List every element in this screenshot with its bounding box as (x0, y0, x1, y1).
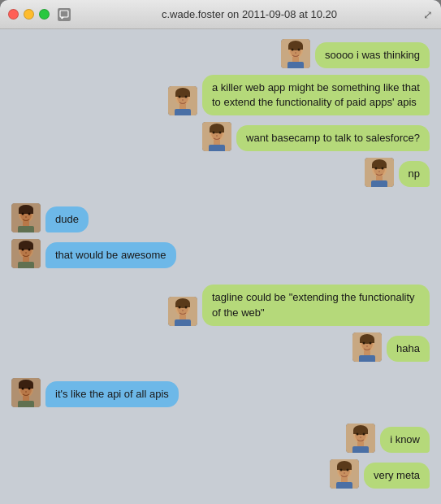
message-bubble: a killer web app might be something like… (202, 75, 430, 115)
resize-button[interactable]: ⤢ (423, 8, 433, 21)
svg-rect-12 (288, 62, 304, 68)
svg-rect-81 (364, 350, 370, 355)
svg-rect-27 (210, 128, 224, 133)
svg-rect-52 (18, 226, 34, 232)
svg-rect-37 (372, 164, 387, 168)
svg-point-59 (28, 249, 31, 251)
svg-point-78 (363, 341, 365, 344)
svg-point-8 (291, 49, 293, 51)
avatar (346, 424, 375, 453)
avatar (168, 86, 197, 115)
svg-rect-31 (214, 140, 220, 145)
window-title: c.wade.foster on 2011-09-08 at 10.20 (76, 8, 423, 20)
chat-area: soooo i was thinking a killer web app mi… (0, 29, 441, 504)
svg-rect-11 (292, 57, 299, 62)
avatar (11, 378, 41, 407)
message-row: tagline could be "extending the function… (11, 285, 430, 325)
svg-point-28 (213, 132, 215, 134)
svg-point-99 (363, 432, 365, 435)
svg-point-68 (179, 306, 181, 308)
avatar (202, 122, 231, 151)
message-row: want basecamp to talk to salesforce? (11, 122, 430, 151)
svg-rect-102 (352, 446, 369, 453)
svg-point-38 (374, 167, 377, 170)
svg-point-30 (216, 136, 218, 137)
svg-rect-42 (371, 180, 387, 187)
svg-rect-92 (18, 401, 34, 407)
message-row: i know (11, 424, 430, 453)
svg-point-79 (370, 341, 372, 344)
avatar (11, 239, 41, 268)
message-bubble: np (399, 161, 430, 187)
avatar (365, 158, 394, 187)
svg-rect-112 (336, 482, 352, 489)
svg-point-89 (28, 387, 31, 389)
titlebar: c.wade.foster on 2011-09-08 at 10.20 ⤢ (0, 0, 441, 29)
svg-point-109 (346, 468, 348, 471)
svg-point-108 (339, 468, 342, 471)
close-button[interactable] (8, 9, 19, 20)
svg-point-100 (360, 437, 361, 438)
svg-rect-0 (60, 11, 68, 17)
avatar (330, 459, 359, 489)
message-bubble: haha (387, 336, 430, 362)
svg-point-90 (25, 391, 27, 393)
svg-rect-47 (19, 209, 33, 214)
chat-icon (58, 8, 71, 21)
message-bubble: tagline could be "extending the function… (202, 285, 430, 325)
svg-point-10 (295, 52, 296, 54)
message-row: np (11, 158, 430, 187)
traffic-lights (8, 9, 50, 20)
svg-rect-51 (23, 221, 29, 226)
svg-point-48 (22, 213, 24, 215)
svg-point-70 (182, 310, 184, 311)
message-row: dude (11, 203, 430, 232)
svg-rect-91 (23, 396, 29, 401)
message-row: a killer web app might be something like… (11, 75, 430, 115)
svg-rect-87 (19, 384, 33, 389)
avatar (352, 332, 382, 362)
svg-rect-97 (353, 430, 368, 434)
svg-point-40 (378, 172, 380, 173)
message-bubble: soooo i was thinking (315, 42, 430, 68)
message-row: soooo i was thinking (11, 39, 430, 68)
message-row: it's like the api of all apis (11, 378, 430, 407)
avatar (168, 297, 197, 326)
svg-rect-101 (357, 441, 364, 446)
svg-point-88 (22, 387, 24, 389)
svg-rect-77 (360, 339, 374, 343)
svg-point-50 (25, 217, 27, 219)
avatar (11, 203, 41, 232)
svg-point-9 (297, 49, 300, 51)
message-bubble: it's like the api of all apis (45, 381, 179, 407)
svg-rect-82 (359, 355, 375, 362)
svg-point-98 (357, 432, 359, 435)
svg-point-49 (28, 213, 31, 215)
svg-point-69 (185, 306, 188, 308)
svg-rect-41 (376, 176, 383, 180)
message-bubble: very meta (364, 463, 430, 489)
svg-rect-71 (179, 315, 186, 319)
svg-rect-22 (175, 109, 191, 115)
svg-rect-67 (175, 303, 190, 307)
message-bubble: dude (45, 206, 89, 232)
svg-rect-32 (209, 145, 225, 151)
svg-point-18 (179, 96, 181, 98)
maximize-button[interactable] (39, 9, 50, 20)
svg-point-19 (185, 96, 188, 98)
avatar (281, 39, 310, 68)
svg-point-80 (366, 345, 368, 347)
svg-rect-21 (179, 104, 186, 109)
svg-point-20 (182, 100, 184, 102)
message-row: haha (11, 332, 430, 362)
svg-rect-62 (18, 262, 34, 268)
svg-rect-72 (175, 319, 191, 326)
minimize-button[interactable] (24, 9, 34, 20)
svg-rect-7 (288, 46, 303, 50)
message-bubble: want basecamp to talk to salesforce? (236, 125, 430, 151)
svg-point-58 (22, 249, 24, 251)
message-bubble: i know (380, 427, 430, 453)
svg-rect-57 (19, 245, 33, 250)
svg-rect-111 (341, 477, 348, 482)
svg-rect-107 (337, 466, 352, 470)
